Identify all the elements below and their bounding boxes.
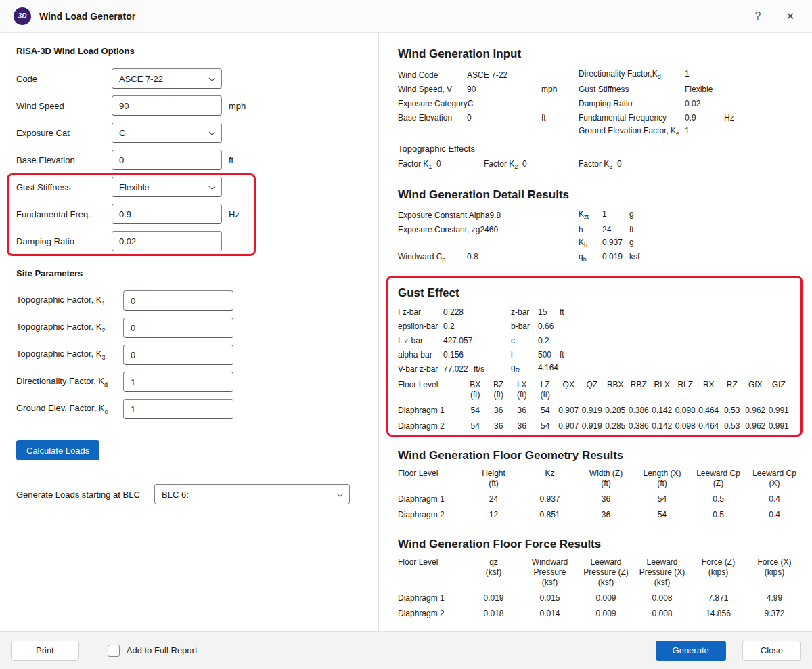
- field-value: 500: [538, 350, 560, 360]
- field-group: Exposure Constant Alpha9.8: [398, 211, 579, 220]
- calculate-loads-button[interactable]: Calculate Loads: [16, 440, 99, 460]
- table-cell: 0.098: [674, 418, 698, 434]
- column-header: RLZ: [674, 380, 698, 403]
- field-group: Wind Speed, V90mph: [398, 85, 579, 94]
- field-group: Exposure Constant, zg2460: [398, 225, 579, 234]
- ground-elevation-factor-input[interactable]: [123, 399, 233, 419]
- topographic-factor-k2-row: Topographic Factor, K2: [16, 317, 362, 339]
- field-value: ASCE 7-22: [467, 70, 541, 80]
- column-header: RLX: [650, 380, 674, 403]
- field-label: Exposure Constant, zg: [398, 225, 480, 234]
- field-value: 1: [685, 126, 724, 137]
- field-value: C: [468, 99, 542, 108]
- field-group: epsilon-bar0.2: [398, 322, 511, 331]
- report-row: Ground Elevation Factor, Ke1: [398, 125, 812, 139]
- field-unit: ft: [560, 307, 564, 317]
- field-value: 427.057: [443, 336, 474, 345]
- help-icon[interactable]: ?: [744, 0, 771, 33]
- field-value: 0: [522, 159, 527, 170]
- field-group: Windward Cp0.8: [398, 252, 579, 263]
- directionality-factor-row: Directionality Factor, Kd: [16, 371, 362, 393]
- add-to-full-report-checkbox[interactable]: [108, 645, 120, 657]
- fundamental-frequency-input[interactable]: [112, 204, 222, 224]
- field-value: 0.2: [443, 322, 474, 331]
- field-label: Factor K3: [579, 159, 617, 170]
- field-label: Factor K2: [484, 159, 522, 170]
- field-group: Factor K10: [398, 159, 484, 170]
- field-group: L z-bar427.057: [398, 336, 511, 345]
- field-label: Base Elevation: [398, 113, 467, 123]
- field-label: Ground Elevation Factor, Ke: [579, 126, 685, 137]
- column-header: GfZ: [767, 380, 791, 403]
- topographic-factor-k1-input[interactable]: [123, 290, 233, 311]
- blc-select[interactable]: BLC 6:: [154, 484, 350, 504]
- table-cell: 0.919: [581, 403, 604, 418]
- column-header: RBZ: [627, 380, 651, 403]
- field-label: Fundamental Frequency: [579, 113, 685, 123]
- field-group: alpha-bar0.156: [398, 350, 511, 360]
- field-unit: g: [629, 209, 634, 220]
- ground-elevation-factor-row: Ground Elev. Factor, Ke: [16, 398, 362, 420]
- field-group: Directionality Factor,Kd1: [579, 69, 724, 80]
- code-select-value: ASCE 7-22: [119, 74, 163, 84]
- gust-stiffness-select-value: Flexible: [119, 182, 150, 192]
- topographic-factor-k1-row: Topographic Factor, K1: [16, 290, 362, 311]
- ground-elevation-factor-label: Ground Elev. Factor, Ke: [16, 403, 123, 415]
- close-icon[interactable]: ✕: [771, 0, 809, 33]
- print-button[interactable]: Print: [11, 641, 79, 661]
- table-cell: 0.5: [690, 492, 746, 507]
- table-cell: 0.4: [746, 492, 803, 507]
- generate-button[interactable]: Generate: [656, 641, 726, 661]
- table-cell: 0.142: [650, 418, 674, 434]
- close-button[interactable]: Close: [742, 641, 801, 661]
- table-cell: 0.962: [744, 403, 767, 418]
- gust-stiffness-label: Gust Stiffness: [16, 182, 112, 192]
- wind-generation-detail-results-title: Wind Generation Detail Results: [398, 187, 812, 202]
- table-cell: 0.009: [578, 590, 634, 606]
- topographic-effects-heading: Topographic Effects: [398, 143, 812, 155]
- chevron-down-icon: [209, 183, 216, 190]
- field-label: gR: [511, 363, 538, 374]
- table-cell: 0.5: [690, 507, 746, 523]
- column-header: Force (X) (kips): [746, 557, 803, 590]
- table-cell: 4.99: [746, 590, 803, 606]
- field-label: Damping Ratio: [579, 99, 685, 108]
- column-header: GfX: [744, 380, 767, 403]
- field-value: 2460: [480, 225, 554, 234]
- field-label: Wind Speed, V: [398, 85, 467, 94]
- code-select[interactable]: ASCE 7-22: [112, 68, 222, 89]
- wind-speed-input[interactable]: [112, 95, 222, 116]
- topographic-factor-k3-input[interactable]: [123, 345, 233, 365]
- field-group: V-bar z-bar77.022ft/s: [398, 364, 511, 374]
- field-value: 77.022: [443, 364, 474, 374]
- table-cell: 9.372: [746, 606, 803, 622]
- wind-generation-input-title: Wind Generation Input: [398, 46, 812, 62]
- field-label: Gust Stiffness: [579, 85, 685, 94]
- column-header: LX (ft): [510, 380, 534, 403]
- field-group: Wind CodeASCE 7-22: [398, 70, 579, 80]
- gust-stiffness-select[interactable]: Flexible: [112, 177, 222, 197]
- directionality-factor-input[interactable]: [123, 372, 233, 392]
- field-value: 0.66: [538, 322, 560, 331]
- row-label: Diaphragm 2: [398, 418, 464, 434]
- base-elevation-input[interactable]: [112, 150, 222, 170]
- topographic-factor-k1-label: Topographic Factor, K1: [16, 295, 123, 307]
- report-panel: Wind Generation Input Wind CodeASCE 7-22…: [380, 33, 812, 631]
- field-group: Factor K30: [579, 159, 622, 170]
- field-label: c: [511, 336, 538, 345]
- topographic-factor-k3-row: Topographic Factor, K3: [16, 344, 362, 366]
- field-unit: mph: [541, 85, 557, 94]
- column-header: Floor Level: [398, 380, 464, 403]
- table-cell: 36: [487, 418, 511, 434]
- report-row: Exposure CategoryC Damping Ratio0.02: [398, 96, 812, 110]
- field-unit: g: [629, 238, 634, 249]
- damping-ratio-input[interactable]: [112, 231, 222, 251]
- column-header: RBX: [604, 380, 627, 403]
- field-value: 0.228: [443, 307, 474, 317]
- exposure-category-select[interactable]: C: [112, 123, 222, 143]
- floor-force-table: Floor Levelqz (ksf)Windward Pressure (ks…: [398, 557, 812, 622]
- base-elevation-label: Base Elevation: [16, 155, 112, 165]
- field-value: 90: [467, 85, 541, 94]
- table-cell: 0.991: [767, 418, 791, 434]
- topographic-factor-k2-input[interactable]: [123, 318, 233, 338]
